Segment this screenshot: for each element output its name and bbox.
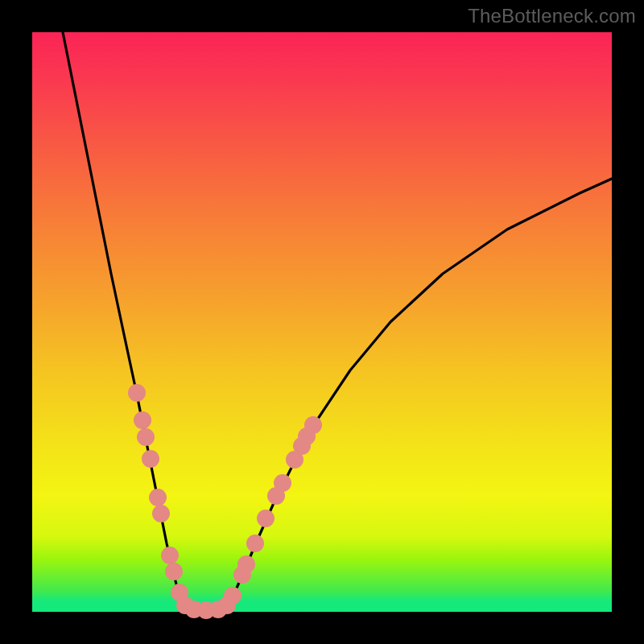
marker-group [128, 384, 322, 619]
data-point [152, 505, 170, 522]
bottleneck-curve [63, 32, 612, 610]
data-point [304, 416, 322, 434]
data-point [274, 474, 291, 492]
chart-svg [32, 32, 612, 612]
data-point [137, 428, 155, 446]
data-point [134, 411, 151, 429]
data-point [246, 535, 264, 552]
data-point [257, 510, 275, 527]
plot-area [32, 32, 612, 612]
data-point [224, 587, 242, 605]
chart-frame: TheBottleneck.com [0, 0, 644, 644]
data-point [237, 555, 255, 573]
data-point [165, 563, 183, 580]
data-point [128, 384, 146, 402]
data-point [142, 450, 159, 468]
data-point [149, 489, 167, 506]
data-point [161, 547, 179, 564]
curve-group [63, 32, 612, 610]
watermark-text: TheBottleneck.com [468, 5, 636, 27]
